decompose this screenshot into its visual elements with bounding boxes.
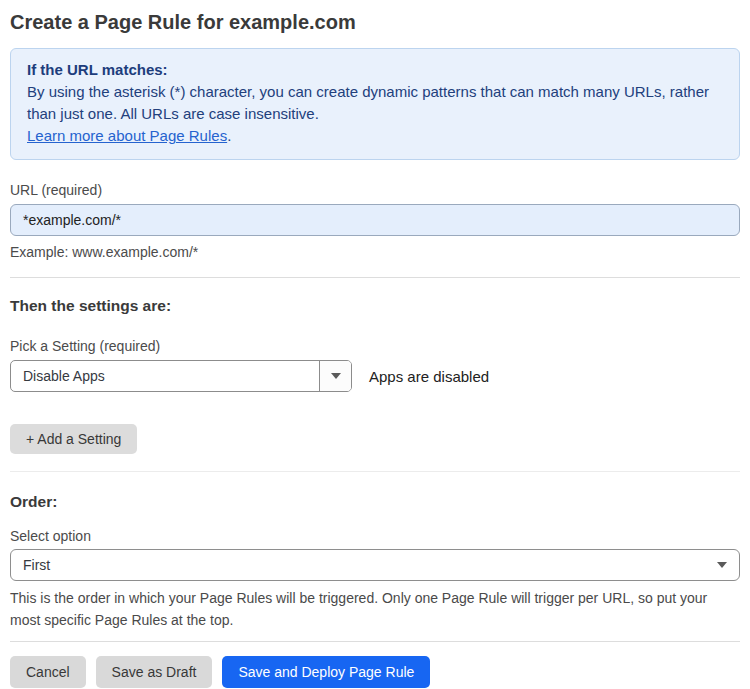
- info-box-link-line: Learn more about Page Rules.: [27, 125, 723, 147]
- caret-down-icon: [331, 373, 341, 379]
- info-box-heading: If the URL matches:: [27, 59, 723, 81]
- order-helper-text: This is the order in which your Page Rul…: [10, 587, 730, 631]
- caret-down-icon: [717, 562, 727, 568]
- order-select[interactable]: First: [10, 549, 740, 581]
- action-buttons-row: Cancel Save as Draft Save and Deploy Pag…: [10, 656, 740, 688]
- order-select-label: Select option: [10, 528, 740, 544]
- url-example-helper: Example: www.example.com/*: [10, 243, 740, 261]
- setting-select-value: Disable Apps: [11, 361, 319, 391]
- save-and-deploy-button[interactable]: Save and Deploy Page Rule: [222, 656, 430, 688]
- url-input[interactable]: [10, 204, 740, 236]
- url-field-label: URL (required): [10, 182, 740, 198]
- divider: [10, 277, 740, 278]
- learn-more-link[interactable]: Learn more about Page Rules: [27, 127, 227, 144]
- link-suffix: .: [227, 127, 231, 144]
- url-match-info-box: If the URL matches: By using the asteris…: [10, 48, 740, 160]
- divider: [10, 471, 740, 472]
- setting-row: Disable Apps Apps are disabled: [10, 360, 740, 392]
- setting-select[interactable]: Disable Apps: [10, 360, 352, 392]
- pick-setting-label: Pick a Setting (required): [10, 338, 740, 354]
- add-setting-button[interactable]: + Add a Setting: [10, 424, 137, 454]
- order-select-value: First: [23, 557, 50, 573]
- setting-select-arrow-button[interactable]: [319, 361, 351, 391]
- info-box-body: By using the asterisk (*) character, you…: [27, 81, 723, 125]
- page-title: Create a Page Rule for example.com: [10, 8, 740, 36]
- cancel-button[interactable]: Cancel: [10, 656, 86, 688]
- settings-section-heading: Then the settings are:: [10, 296, 740, 316]
- save-as-draft-button[interactable]: Save as Draft: [96, 656, 213, 688]
- setting-status-text: Apps are disabled: [369, 368, 489, 385]
- order-section-heading: Order:: [10, 492, 740, 512]
- divider: [10, 641, 740, 642]
